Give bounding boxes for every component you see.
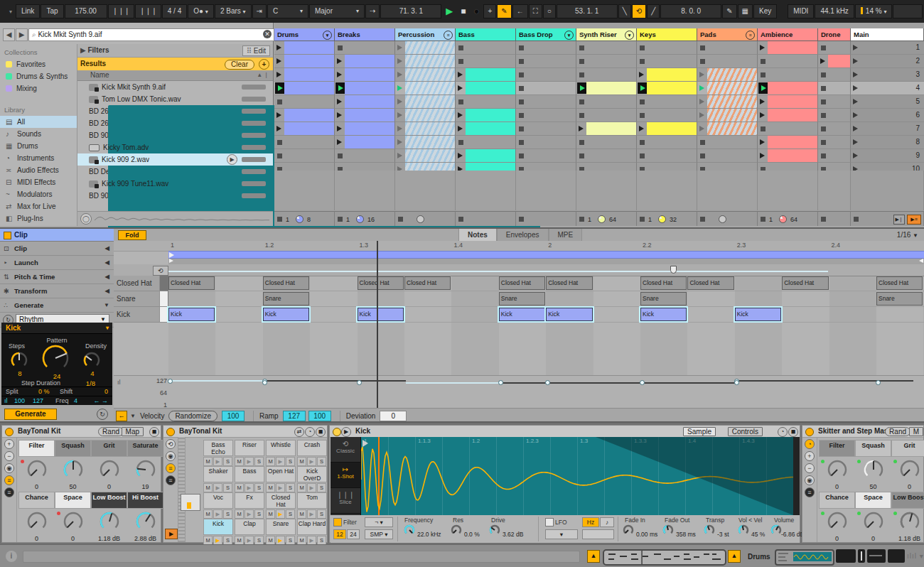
- scene-play-icon[interactable]: [853, 45, 858, 50]
- sync-note-button[interactable]: ♪: [600, 517, 614, 527]
- clip-play-icon[interactable]: [760, 45, 765, 50]
- pad-name[interactable]: Clap: [235, 519, 264, 535]
- clip[interactable]: [284, 41, 334, 54]
- pad-play-button[interactable]: ▶: [276, 457, 285, 466]
- clip[interactable]: [466, 122, 515, 135]
- clip[interactable]: [405, 136, 455, 148]
- clip-play-icon[interactable]: [337, 139, 342, 145]
- clip[interactable]: [466, 82, 515, 94]
- macro-knob-low-boost[interactable]: Low Boost1.18 dB: [91, 492, 127, 544]
- clip-play-icon[interactable]: [397, 153, 402, 158]
- track-header[interactable]: Bass Drop▾: [516, 28, 576, 41]
- main-status-cell[interactable]: ▶❘▶≡: [851, 211, 924, 226]
- pad-solo-button[interactable]: S: [223, 483, 232, 492]
- track-stop-icon[interactable]: [519, 217, 524, 222]
- nudge-down-icon[interactable]: ❘❘❘: [108, 4, 134, 18]
- clip-play-icon[interactable]: [397, 139, 402, 145]
- clip-slot[interactable]: [335, 95, 395, 109]
- clip-slot[interactable]: [516, 149, 576, 163]
- clip-play-icon[interactable]: [579, 126, 584, 131]
- new-midi-icon[interactable]: +: [483, 4, 496, 18]
- pad-play-button[interactable]: ▶: [245, 457, 254, 466]
- clip-play-icon[interactable]: [458, 126, 463, 131]
- clip-slot[interactable]: [516, 82, 576, 95]
- preview-play-icon[interactable]: ▶: [341, 427, 351, 437]
- collection-item-drums-synths[interactable]: Drums & Synths: [0, 70, 77, 82]
- remove-variation-icon[interactable]: −: [4, 451, 14, 461]
- io-icon[interactable]: ◉: [166, 451, 176, 461]
- track-status-cell[interactable]: [697, 211, 758, 226]
- midi-note[interactable]: Closed Hat: [546, 276, 592, 290]
- clip[interactable]: [466, 149, 515, 162]
- groove-amount[interactable]: O● ▾: [188, 4, 214, 18]
- sidebar-item-all[interactable]: ▤All: [0, 116, 77, 128]
- clip-slot[interactable]: [456, 68, 516, 82]
- computer-midi-keyboard-icon[interactable]: ▦: [738, 4, 753, 18]
- device-title-bar[interactable]: Skitter and Step Mas... Rand M: [802, 426, 923, 438]
- drum-pad-tom[interactable]: TomM▶S: [297, 492, 327, 519]
- pad-mute-button[interactable]: M: [266, 457, 275, 466]
- pad-name[interactable]: Bass Echo: [203, 440, 233, 456]
- macro-knob-space[interactable]: Space0: [855, 492, 891, 544]
- clip-slot[interactable]: [758, 41, 818, 55]
- clip-play-icon[interactable]: [397, 126, 402, 131]
- tap-tempo-button[interactable]: Tap: [41, 4, 63, 18]
- clip-slot[interactable]: [395, 109, 456, 122]
- clip-slot[interactable]: [758, 136, 818, 149]
- knob-dial[interactable]: [99, 511, 120, 534]
- clip-slot[interactable]: [335, 82, 395, 95]
- scene-play-icon[interactable]: [853, 72, 858, 77]
- track-status-cell[interactable]: 132: [637, 211, 697, 226]
- clip-play-icon[interactable]: [337, 72, 342, 77]
- pad-solo-button[interactable]: S: [223, 457, 232, 466]
- file-row[interactable]: BD 909 Clean 02.wav: [77, 190, 273, 202]
- clip[interactable]: [405, 68, 455, 81]
- pad-name[interactable]: Closed Hat: [266, 492, 296, 509]
- clip-slot[interactable]: [637, 149, 697, 163]
- ramp-from[interactable]: 127: [283, 411, 306, 421]
- track-status-cell[interactable]: [818, 211, 851, 226]
- pad-name[interactable]: Shaker: [203, 466, 233, 482]
- clip-slot[interactable]: [274, 136, 335, 149]
- knob-dial[interactable]: [899, 511, 920, 534]
- clip[interactable]: [586, 82, 636, 94]
- clip[interactable]: [647, 82, 697, 94]
- pad-name[interactable]: Open Hat: [266, 466, 296, 482]
- device-title-bar[interactable]: ▶ Kick Sample Controls ◔ ◼: [330, 426, 800, 438]
- clip-slot[interactable]: [274, 122, 335, 136]
- clip[interactable]: [345, 95, 394, 108]
- knob-dial[interactable]: [26, 511, 48, 534]
- remove-variation-icon[interactable]: −: [805, 463, 815, 473]
- device-on-toggle[interactable]: [5, 428, 14, 436]
- velocity-lane[interactable]: ıl 127641: [114, 375, 924, 409]
- stop-all-icon[interactable]: [854, 217, 859, 222]
- clip-slot[interactable]: [395, 149, 456, 163]
- tab-slice[interactable]: ❘❘❘Slice: [331, 488, 360, 514]
- clip-play-icon[interactable]: [760, 139, 765, 145]
- clip-playing-button[interactable]: [335, 82, 345, 94]
- device-mini-3[interactable]: [867, 549, 886, 563]
- clip-play-icon[interactable]: [760, 99, 765, 104]
- track-status-cell[interactable]: 18: [274, 211, 335, 226]
- clip-slot[interactable]: [516, 95, 576, 109]
- pad-name[interactable]: Riser: [235, 440, 264, 456]
- clip[interactable]: [345, 68, 394, 81]
- clip-play-icon[interactable]: [760, 112, 765, 118]
- clip-play-icon[interactable]: [760, 153, 765, 158]
- pad-play-button[interactable]: ▶: [213, 509, 222, 519]
- clip-play-icon[interactable]: [699, 112, 704, 118]
- clip-slot[interactable]: [274, 109, 335, 122]
- lfo-shape-dropdown[interactable]: ▾: [545, 529, 578, 539]
- drive-value[interactable]: 3.62 dB: [503, 531, 523, 538]
- clip-slot[interactable]: [637, 68, 697, 82]
- drum-pad-bass-echo[interactable]: Bass EchoM▶S: [203, 440, 233, 466]
- track-status-cell[interactable]: [456, 211, 516, 226]
- pad-solo-button[interactable]: S: [317, 457, 326, 466]
- clip-slot[interactable]: [576, 149, 637, 163]
- midi-note[interactable]: Snare: [263, 292, 309, 306]
- loop-bar[interactable]: [168, 251, 924, 259]
- save-preset-icon[interactable]: ◼: [316, 427, 326, 437]
- scale-root-menu[interactable]: C ▾: [267, 4, 308, 18]
- drum-pad-snare[interactable]: SnareM▶S: [266, 519, 296, 545]
- clip[interactable]: [586, 122, 636, 135]
